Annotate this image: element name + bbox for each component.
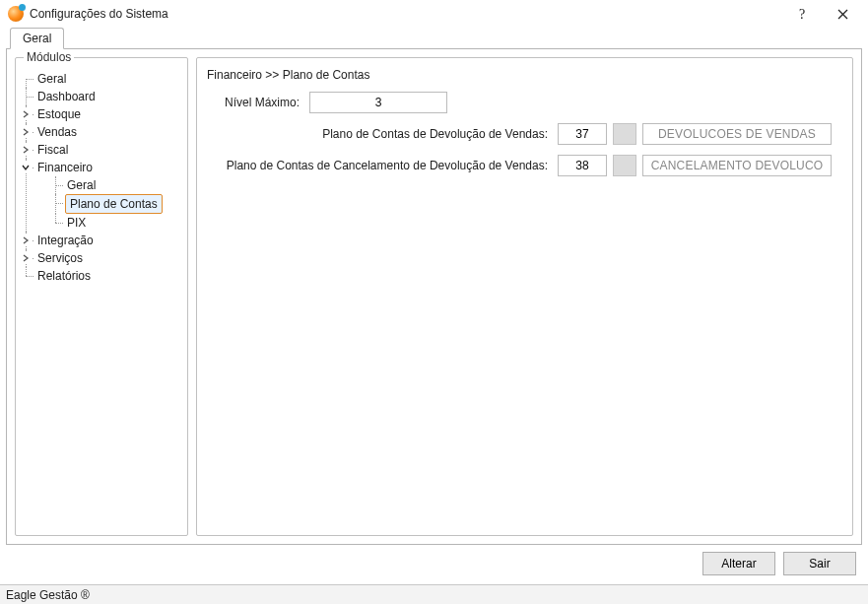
svg-line-1 <box>838 10 847 19</box>
tree-label: Serviços <box>35 249 85 267</box>
app-icon <box>8 6 24 22</box>
tree-label: Vendas <box>35 123 79 141</box>
row-nivel-maximo: Nível Máximo: <box>203 92 846 113</box>
tree-item-geral[interactable]: Geral <box>22 70 181 88</box>
nivel-maximo-label: Nível Máximo: <box>203 96 309 109</box>
tree-item-financeiro[interactable]: Financeiro Geral Plano de Contas PIX <box>22 159 181 232</box>
chevron-down-icon[interactable] <box>20 162 32 173</box>
devolucao-picker-button[interactable] <box>613 123 636 145</box>
tree-label: Estoque <box>35 105 83 123</box>
tree-item-pix[interactable]: PIX <box>51 214 181 232</box>
cancelamento-desc-input[interactable] <box>642 155 832 176</box>
tree-item-financeiro-geral[interactable]: Geral <box>51 176 181 194</box>
tree-label: Dashboard <box>35 88 98 105</box>
devolucao-label: Plano de Contas de Devolução de Vendas: <box>203 127 558 141</box>
tree-item-servicos[interactable]: Serviços <box>22 249 181 267</box>
breadcrumb: Financeiro >> Plano de Contas <box>207 68 846 82</box>
tab-strip: Geral <box>10 28 868 49</box>
devolucao-desc-input[interactable] <box>642 123 832 145</box>
chevron-right-icon[interactable] <box>20 235 32 246</box>
tree-label: Integração <box>35 232 96 249</box>
cancelamento-label: Plano de Contas de Cancelamento de Devol… <box>203 159 558 172</box>
content-area: Módulos Geral Dashboard Estoque <box>6 48 862 545</box>
modules-legend: Módulos <box>24 50 74 64</box>
statusbar: Eagle Gestão ® <box>0 584 868 604</box>
tree-item-estoque[interactable]: Estoque <box>22 105 181 123</box>
help-button[interactable]: ? <box>783 0 823 28</box>
cancelamento-code-input[interactable] <box>558 155 607 176</box>
tree-label: PIX <box>65 214 88 232</box>
tree-item-plano-de-contas[interactable]: Plano de Contas <box>51 194 181 214</box>
tree-label: Financeiro <box>35 159 95 176</box>
tree-label: Geral <box>65 176 98 194</box>
tree-label: Plano de Contas <box>65 194 163 214</box>
statusbar-text: Eagle Gestão ® <box>6 588 90 602</box>
chevron-right-icon[interactable] <box>20 252 32 264</box>
svg-line-2 <box>838 10 847 19</box>
row-devolucao-vendas: Plano de Contas de Devolução de Vendas: <box>203 123 846 145</box>
alterar-button[interactable]: Alterar <box>702 552 775 575</box>
tab-geral[interactable]: Geral <box>10 28 64 49</box>
chevron-right-icon[interactable] <box>20 126 32 138</box>
tree-item-relatorios[interactable]: Relatórios <box>22 267 181 285</box>
cancelamento-picker-button[interactable] <box>613 155 636 176</box>
row-cancelamento-devolucao: Plano de Contas de Cancelamento de Devol… <box>203 155 846 176</box>
tree-label: Fiscal <box>35 141 70 159</box>
tree-label: Relatórios <box>35 267 93 285</box>
modules-tree: Geral Dashboard Estoque Vendas <box>22 70 181 285</box>
titlebar: Configurações do Sistema ? <box>0 0 868 28</box>
chevron-right-icon[interactable] <box>20 144 32 156</box>
nivel-maximo-input[interactable] <box>309 92 447 113</box>
close-button[interactable] <box>823 0 862 28</box>
footer-buttons: Alterar Sair <box>702 552 856 575</box>
svg-text:?: ? <box>799 7 805 21</box>
chevron-right-icon[interactable] <box>20 108 32 120</box>
tree-item-vendas[interactable]: Vendas <box>22 123 181 141</box>
tree-item-integracao[interactable]: Integração <box>22 232 181 249</box>
devolucao-code-input[interactable] <box>558 123 607 145</box>
sair-button[interactable]: Sair <box>783 552 856 575</box>
tree-item-fiscal[interactable]: Fiscal <box>22 141 181 159</box>
tree-label: Geral <box>35 70 68 88</box>
window-title: Configurações do Sistema <box>30 7 168 21</box>
modules-groupbox: Módulos Geral Dashboard Estoque <box>15 57 188 536</box>
settings-panel: . Financeiro >> Plano de Contas Nível Má… <box>196 57 853 536</box>
tree-item-dashboard[interactable]: Dashboard <box>22 88 181 105</box>
